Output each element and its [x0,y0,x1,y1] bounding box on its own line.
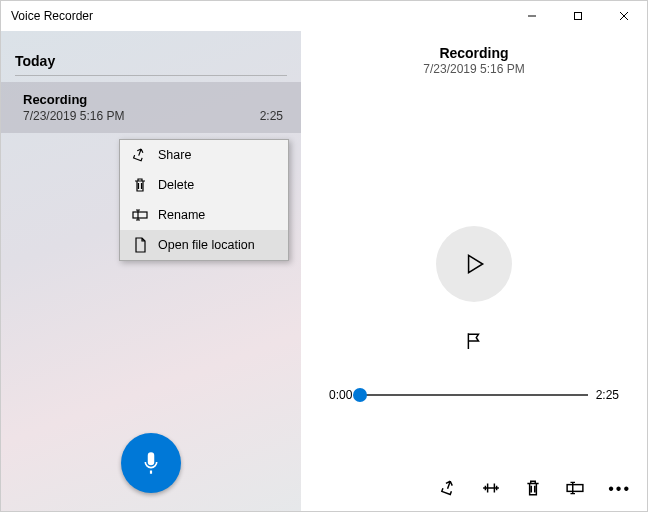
ctx-share[interactable]: Share [120,140,288,170]
trim-icon [482,479,500,497]
close-icon [619,11,629,21]
timeline-track[interactable] [360,394,587,396]
svg-rect-6 [567,485,583,492]
timeline: 0:00 2:25 [329,388,619,402]
playback-header: Recording 7/23/2019 5:16 PM [423,45,524,76]
record-button[interactable] [121,433,181,493]
svg-rect-4 [133,212,147,218]
more-button[interactable]: ••• [608,480,631,500]
ctx-rename-label: Rename [158,208,205,222]
play-button[interactable] [436,226,512,302]
recording-item-title: Recording [23,92,283,107]
microphone-icon [138,450,164,476]
file-icon [132,237,148,253]
svg-rect-1 [575,13,582,20]
ctx-rename[interactable]: Rename [120,200,288,230]
recording-item-duration: 2:25 [260,109,283,123]
app-body: Today Recording 7/23/2019 5:16 PM 2:25 S… [1,31,647,511]
share-icon [132,147,148,163]
ctx-open-location[interactable]: Open file location [120,230,288,260]
play-icon [461,251,487,277]
share-button[interactable] [440,479,458,501]
minimize-icon [527,11,537,21]
recording-item[interactable]: Recording 7/23/2019 5:16 PM 2:25 [1,82,301,133]
bottom-toolbar: ••• [440,479,631,501]
time-start: 0:00 [329,388,352,402]
rename-icon [566,479,584,497]
ellipsis-icon: ••• [608,480,631,497]
window-controls [509,1,647,31]
section-header-today: Today [1,31,301,75]
section-divider [15,75,287,76]
time-end: 2:25 [596,388,619,402]
context-menu: Share Delete Rename [119,139,289,261]
maximize-icon [573,11,583,21]
rename-icon [132,207,148,223]
flag-button[interactable] [465,332,483,354]
app-title: Voice Recorder [1,9,509,23]
trash-icon [524,479,542,497]
ctx-share-label: Share [158,148,191,162]
ctx-open-location-label: Open file location [158,238,255,252]
svg-marker-5 [469,255,483,272]
recordings-pane: Today Recording 7/23/2019 5:16 PM 2:25 S… [1,31,301,511]
close-button[interactable] [601,1,647,31]
maximize-button[interactable] [555,1,601,31]
app-window: Voice Recorder Today Recording 7/23/2019… [0,0,648,512]
titlebar: Voice Recorder [1,1,647,31]
playback-title: Recording [423,45,524,61]
share-icon [440,479,458,497]
ctx-delete[interactable]: Delete [120,170,288,200]
minimize-button[interactable] [509,1,555,31]
recording-item-subrow: 7/23/2019 5:16 PM 2:25 [23,109,283,123]
recording-item-datetime: 7/23/2019 5:16 PM [23,109,124,123]
playback-datetime: 7/23/2019 5:16 PM [423,62,524,76]
trim-button[interactable] [482,479,500,501]
rename-button[interactable] [566,479,584,501]
delete-button[interactable] [524,479,542,501]
flag-icon [465,332,483,350]
timeline-thumb[interactable] [353,388,367,402]
ctx-delete-label: Delete [158,178,194,192]
playback-pane: Recording 7/23/2019 5:16 PM 0:00 2:25 [301,31,647,511]
trash-icon [132,177,148,193]
